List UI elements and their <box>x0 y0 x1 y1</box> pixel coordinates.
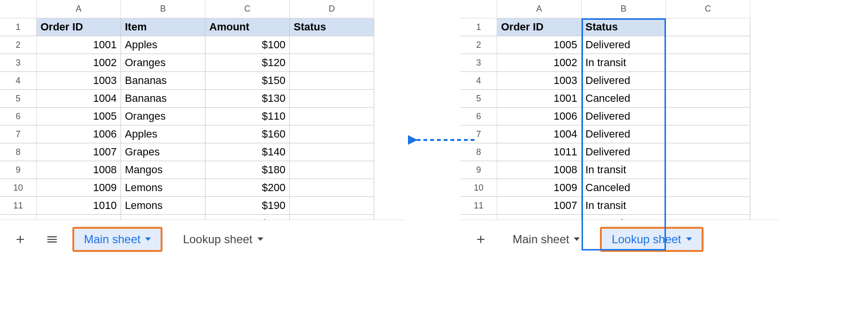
row-header[interactable]: 5 <box>461 90 497 108</box>
cell[interactable] <box>290 72 374 90</box>
add-sheet-button[interactable] <box>10 229 31 250</box>
col-header-A[interactable]: A <box>497 0 582 18</box>
cell[interactable] <box>290 54 374 72</box>
row-header[interactable]: 4 <box>0 72 37 90</box>
header-order-id[interactable]: Order ID <box>497 18 582 36</box>
cell[interactable] <box>666 197 750 215</box>
row-header[interactable]: 6 <box>461 108 497 125</box>
col-header-B[interactable]: B <box>121 0 205 18</box>
cell[interactable] <box>666 125 750 143</box>
header-item[interactable]: Item <box>121 18 205 36</box>
cell[interactable]: $180 <box>205 161 290 179</box>
cell[interactable]: 1008 <box>37 161 121 179</box>
cell[interactable]: $110 <box>205 108 290 125</box>
cell[interactable] <box>666 18 750 36</box>
all-sheets-button[interactable] <box>41 229 63 250</box>
cell[interactable] <box>666 36 750 54</box>
header-status[interactable]: Status <box>582 18 666 36</box>
cell[interactable]: Grapes <box>121 143 205 161</box>
add-sheet-button[interactable] <box>470 229 491 250</box>
row-header[interactable]: 7 <box>0 125 37 143</box>
row-header[interactable]: 10 <box>0 179 37 197</box>
sheet-tab-main[interactable]: Main sheet <box>502 228 590 251</box>
cell[interactable] <box>290 161 374 179</box>
select-all-corner[interactable] <box>461 0 497 18</box>
cell[interactable] <box>666 161 750 179</box>
header-status[interactable]: Status <box>290 18 374 36</box>
cell[interactable]: 1007 <box>497 197 582 215</box>
cell[interactable]: $130 <box>205 90 290 108</box>
cell[interactable]: 1011 <box>497 143 582 161</box>
cell[interactable]: Delivered <box>582 108 666 125</box>
cell[interactable]: 1006 <box>37 125 121 143</box>
row-header[interactable]: 5 <box>0 90 37 108</box>
cell[interactable]: 1002 <box>497 54 582 72</box>
cell[interactable] <box>290 125 374 143</box>
row-header[interactable]: 9 <box>0 161 37 179</box>
cell[interactable] <box>290 90 374 108</box>
header-amount[interactable]: Amount <box>205 18 290 36</box>
row-header[interactable]: 11 <box>0 197 37 215</box>
sheet-tab-main[interactable]: Main sheet <box>73 228 162 251</box>
cell[interactable]: 1008 <box>497 161 582 179</box>
cell[interactable]: 1009 <box>497 179 582 197</box>
cell[interactable]: Oranges <box>121 108 205 125</box>
cell[interactable] <box>290 36 374 54</box>
header-order-id[interactable]: Order ID <box>37 18 121 36</box>
cell[interactable]: In transit <box>582 161 666 179</box>
cell[interactable]: Delivered <box>582 72 666 90</box>
cell[interactable]: Apples <box>121 125 205 143</box>
row-header[interactable]: 8 <box>0 143 37 161</box>
cell[interactable]: 1005 <box>497 36 582 54</box>
cell[interactable]: 1006 <box>497 108 582 125</box>
cell[interactable]: In transit <box>582 54 666 72</box>
col-header-D[interactable]: D <box>290 0 374 18</box>
row-header[interactable]: 4 <box>461 72 497 90</box>
row-header[interactable]: 2 <box>0 36 37 54</box>
cell[interactable]: $140 <box>205 143 290 161</box>
cell[interactable]: $100 <box>205 36 290 54</box>
cell[interactable]: Delivered <box>582 36 666 54</box>
cell[interactable]: $120 <box>205 54 290 72</box>
cell[interactable] <box>290 197 374 215</box>
cell[interactable]: 1001 <box>497 90 582 108</box>
cell[interactable]: Canceled <box>582 179 666 197</box>
cell[interactable]: 1004 <box>37 90 121 108</box>
cell[interactable]: Delivered <box>582 143 666 161</box>
cell[interactable] <box>666 72 750 90</box>
sheet-tab-lookup[interactable]: Lookup sheet <box>172 228 273 251</box>
cell[interactable] <box>666 54 750 72</box>
row-header[interactable]: 6 <box>0 108 37 125</box>
row-header[interactable]: 11 <box>461 197 497 215</box>
row-header[interactable]: 10 <box>461 179 497 197</box>
cell[interactable]: Lemons <box>121 197 205 215</box>
row-header[interactable]: 1 <box>461 18 497 36</box>
col-header-B[interactable]: B <box>582 0 666 18</box>
cell[interactable] <box>290 143 374 161</box>
cell[interactable]: Mangos <box>121 161 205 179</box>
row-header[interactable]: 1 <box>0 18 37 36</box>
cell[interactable]: 1010 <box>37 197 121 215</box>
cell[interactable] <box>290 108 374 125</box>
cell[interactable] <box>666 143 750 161</box>
cell[interactable]: Lemons <box>121 179 205 197</box>
cell[interactable]: In transit <box>582 197 666 215</box>
row-header[interactable]: 3 <box>461 54 497 72</box>
cell[interactable]: 1005 <box>37 108 121 125</box>
cell[interactable]: Apples <box>121 36 205 54</box>
cell[interactable]: $190 <box>205 197 290 215</box>
col-header-A[interactable]: A <box>37 0 121 18</box>
cell[interactable]: 1004 <box>497 125 582 143</box>
cell[interactable]: $150 <box>205 72 290 90</box>
cell[interactable]: 1002 <box>37 54 121 72</box>
cell[interactable] <box>290 179 374 197</box>
cell[interactable] <box>666 108 750 125</box>
cell[interactable]: Canceled <box>582 90 666 108</box>
cell[interactable]: 1007 <box>37 143 121 161</box>
row-header[interactable]: 2 <box>461 36 497 54</box>
cell[interactable]: $160 <box>205 125 290 143</box>
cell[interactable]: 1003 <box>497 72 582 90</box>
cell[interactable]: 1003 <box>37 72 121 90</box>
cell[interactable]: $200 <box>205 179 290 197</box>
cell[interactable] <box>666 90 750 108</box>
